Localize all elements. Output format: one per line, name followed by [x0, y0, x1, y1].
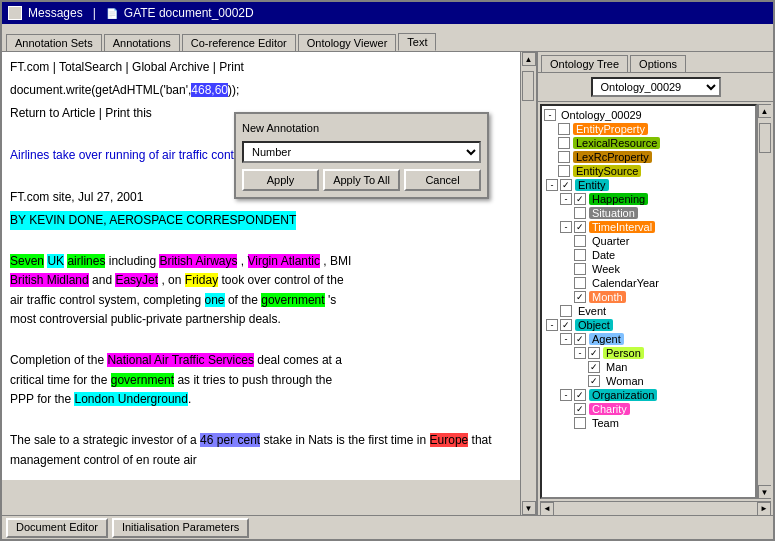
- check-calendaryear[interactable]: [574, 277, 586, 289]
- scroll-thumb[interactable]: [522, 71, 534, 101]
- label-month: Month: [589, 291, 626, 303]
- tab-options[interactable]: Options: [630, 55, 686, 72]
- check-charity[interactable]: [574, 403, 586, 415]
- tree-scroll-left[interactable]: ◄: [540, 502, 554, 516]
- tab-annotation-sets[interactable]: Annotation Sets: [6, 34, 102, 51]
- check-person[interactable]: [588, 347, 600, 359]
- check-event[interactable]: [560, 305, 572, 317]
- check-timeinterval[interactable]: [574, 221, 586, 233]
- scroll-down-btn[interactable]: ▼: [522, 501, 536, 515]
- check-woman[interactable]: [588, 375, 600, 387]
- check-object[interactable]: [560, 319, 572, 331]
- tree-scroll-area: - Ontology_00029 EntityProperty LexicalR…: [542, 106, 755, 432]
- tab-annotations[interactable]: Annotations: [104, 34, 180, 51]
- toggle-entity[interactable]: -: [546, 179, 558, 191]
- tab-ontology-tree[interactable]: Ontology Tree: [541, 55, 628, 72]
- annotation-popup: New Annotation Number Apply Apply To All…: [234, 112, 489, 199]
- label-calendaryear: CalendarYear: [589, 277, 662, 289]
- ontology-select[interactable]: Ontology_00029: [591, 77, 721, 97]
- check-date[interactable]: [574, 249, 586, 261]
- check-happening[interactable]: [574, 193, 586, 205]
- tree-scroll-down[interactable]: ▼: [758, 485, 772, 499]
- tree-scrollbar-v: ▲ ▼: [757, 104, 771, 499]
- tree-node-lrcp: LexRcProperty: [544, 150, 753, 164]
- label-woman: Woman: [603, 375, 647, 387]
- tree-node-root: - Ontology_00029: [544, 108, 753, 122]
- tab-text[interactable]: Text: [398, 33, 436, 51]
- doc-editor-button[interactable]: Document Editor: [6, 518, 108, 538]
- toggle-happening[interactable]: -: [560, 193, 572, 205]
- document-title: GATE document_0002D: [124, 6, 254, 20]
- ontology-tree-outer: - Ontology_00029 EntityProperty LexicalR…: [540, 104, 771, 499]
- check-quarter[interactable]: [574, 235, 586, 247]
- label-entity: Entity: [575, 179, 609, 191]
- tree-node-timeinterval: - TimeInterval: [544, 220, 753, 234]
- tree-scroll-up[interactable]: ▲: [758, 104, 772, 118]
- title-messages: Messages: [28, 6, 83, 20]
- tree-node-es: EntitySource: [544, 164, 753, 178]
- tree-node-man: Man: [544, 360, 753, 374]
- check-org[interactable]: [574, 389, 586, 401]
- hl-friday: Friday: [185, 273, 218, 287]
- toggle-org[interactable]: -: [560, 389, 572, 401]
- tree-node-charity: Charity: [544, 402, 753, 416]
- check-es[interactable]: [558, 165, 570, 177]
- title-separator: |: [93, 6, 96, 20]
- toggle-person[interactable]: -: [574, 347, 586, 359]
- check-week[interactable]: [574, 263, 586, 275]
- hl-virgin-atlantic: Virgin Atlantic: [248, 254, 321, 268]
- line-ftcom: FT.com | TotalSearch | Global Archive | …: [10, 58, 512, 77]
- apply-to-all-button[interactable]: Apply To All: [323, 169, 400, 191]
- text-scrollbar-v: ▲ ▼: [520, 52, 536, 515]
- tree-node-woman: Woman: [544, 374, 753, 388]
- init-params-button[interactable]: Initialisation Parameters: [112, 518, 249, 538]
- popup-select-wrapper: Number: [242, 141, 481, 169]
- tab-bar: Annotation Sets Annotations Co-reference…: [2, 24, 773, 52]
- line-byline: BY KEVIN DONE, AEROSPACE CORRESPONDENT: [10, 211, 296, 230]
- apply-button[interactable]: Apply: [242, 169, 319, 191]
- title-bar: Messages | 📄 GATE document_0002D: [2, 2, 773, 24]
- label-org: Organization: [589, 389, 657, 401]
- check-ep[interactable]: [558, 123, 570, 135]
- tab-coreference[interactable]: Co-reference Editor: [182, 34, 296, 51]
- tree-node-calendaryear: CalendarYear: [544, 276, 753, 290]
- hl-government2: government: [111, 373, 174, 387]
- hl-nats: National Air Traffic Services: [107, 353, 254, 367]
- tree-node-team: Team: [544, 416, 753, 430]
- tree-scroll-right[interactable]: ►: [757, 502, 771, 516]
- check-lr[interactable]: [558, 137, 570, 149]
- tree-node-ep: EntityProperty: [544, 122, 753, 136]
- document-icon: 📄: [106, 8, 118, 19]
- label-event: Event: [575, 305, 609, 317]
- check-agent[interactable]: [574, 333, 586, 345]
- tree-scroll-track: [758, 118, 771, 485]
- tree-scroll-thumb[interactable]: [759, 123, 771, 153]
- check-month[interactable]: [574, 291, 586, 303]
- scroll-up-btn[interactable]: ▲: [522, 52, 536, 66]
- annotation-type-select[interactable]: Number: [242, 141, 481, 163]
- hl-easyjet: EasyJet: [115, 273, 158, 287]
- para2: Completion of the National Air Traffic S…: [10, 351, 512, 409]
- check-man[interactable]: [588, 361, 600, 373]
- toggle-agent[interactable]: -: [560, 333, 572, 345]
- right-tabs: Ontology Tree Options: [538, 52, 773, 73]
- check-lrcp[interactable]: [558, 151, 570, 163]
- label-timeinterval: TimeInterval: [589, 221, 655, 233]
- tree-node-situation: Situation: [544, 206, 753, 220]
- tab-ontology-viewer[interactable]: Ontology Viewer: [298, 34, 397, 51]
- hl-europe: Europe: [430, 433, 469, 447]
- scroll-track: [521, 66, 536, 501]
- label-object: Object: [575, 319, 613, 331]
- ontology-dropdown-container: Ontology_00029: [538, 73, 773, 102]
- tree-node-date: Date: [544, 248, 753, 262]
- toggle-object[interactable]: -: [546, 319, 558, 331]
- check-team[interactable]: [574, 417, 586, 429]
- toggle-timeinterval[interactable]: -: [560, 221, 572, 233]
- check-situation[interactable]: [574, 207, 586, 219]
- line-docwrite: document.write(getAdHTML('ban',468,60));: [10, 81, 512, 100]
- check-entity[interactable]: [560, 179, 572, 191]
- label-team: Team: [589, 417, 622, 429]
- toggle-root[interactable]: -: [544, 109, 556, 121]
- hl-london-underground: London Underground: [74, 392, 187, 406]
- cancel-button[interactable]: Cancel: [404, 169, 481, 191]
